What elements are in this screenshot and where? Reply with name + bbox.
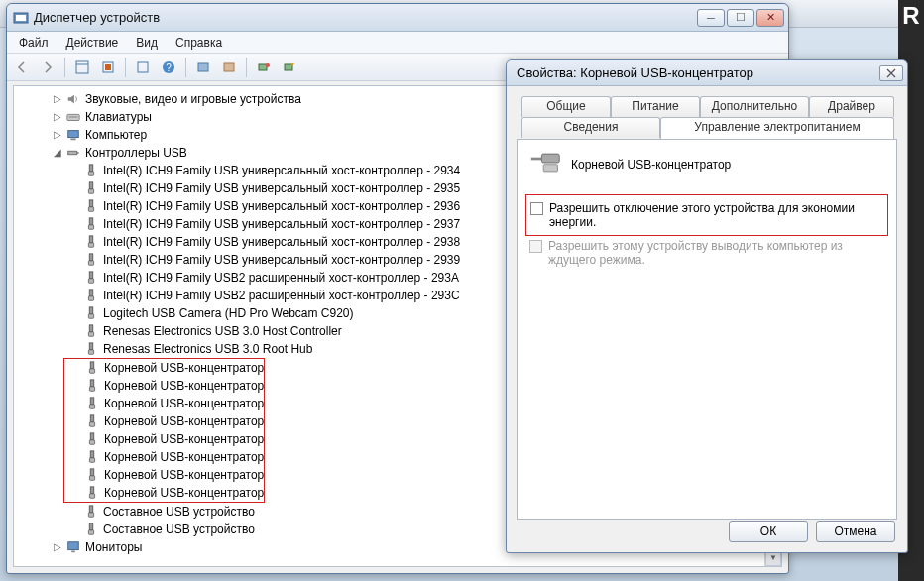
expander-icon[interactable] <box>70 451 82 463</box>
tree-node[interactable]: Корневой USB-концентратор <box>64 395 264 412</box>
expander-icon[interactable] <box>69 523 81 535</box>
toolbar-btn[interactable] <box>279 57 300 78</box>
toolbar-btn[interactable] <box>192 57 214 78</box>
usb-device-icon <box>84 396 100 411</box>
expander-icon[interactable] <box>70 415 82 427</box>
svg-rect-31 <box>89 254 93 261</box>
dialog-close-button[interactable] <box>879 65 903 81</box>
expander-icon[interactable] <box>70 487 82 499</box>
tree-node[interactable]: Корневой USB-концентратор <box>64 377 264 395</box>
expander-icon[interactable] <box>70 362 82 374</box>
tree-node[interactable]: Корневой USB-концентратор <box>64 466 264 484</box>
expander-icon[interactable]: ▷ <box>52 541 63 553</box>
expander-icon[interactable] <box>70 380 82 392</box>
tree-node[interactable]: Корневой USB-концентратор <box>64 359 264 377</box>
help-button[interactable]: ? <box>158 57 179 78</box>
tree-node-label: Корневой USB-концентратор <box>104 448 264 466</box>
svg-rect-38 <box>88 314 93 318</box>
svg-rect-49 <box>90 415 94 422</box>
back-button[interactable] <box>11 57 33 78</box>
expander-icon[interactable] <box>69 272 81 284</box>
toolbar-separator <box>185 58 186 77</box>
tree-node-label: Мониторы <box>85 538 142 556</box>
expander-icon[interactable] <box>69 165 81 176</box>
usb-device-icon <box>83 288 99 303</box>
svg-rect-23 <box>89 182 93 189</box>
close-button[interactable]: ✕ <box>756 9 784 27</box>
expander-icon[interactable] <box>70 398 82 409</box>
expander-icon[interactable] <box>69 182 81 194</box>
expander-icon[interactable] <box>70 433 82 445</box>
toolbar-btn[interactable] <box>218 57 240 78</box>
svg-rect-48 <box>89 405 94 408</box>
tab-advanced[interactable]: Дополнительно <box>700 96 809 117</box>
tab-panel: Корневой USB-концентратор Разрешить откл… <box>517 139 897 520</box>
dialog-title: Свойства: Корневой USB-концентратор <box>517 65 879 80</box>
tab-details[interactable]: Сведения <box>521 117 660 138</box>
tree-node-label: Intel(R) ICH9 Family USB2 расширенный хо… <box>103 269 459 287</box>
titlebar[interactable]: Диспетчер устройств ─ ☐ ✕ <box>7 4 788 32</box>
tab-general[interactable]: Общие <box>521 96 611 117</box>
svg-marker-14 <box>68 95 74 104</box>
tree-node-label: Корневой USB-концентратор <box>104 395 264 412</box>
menu-file[interactable]: Файл <box>11 34 57 52</box>
tab-power[interactable]: Питание <box>611 96 700 117</box>
expander-icon[interactable] <box>69 200 81 212</box>
expander-icon[interactable] <box>69 290 81 301</box>
tab-power-management[interactable]: Управление электропитанием <box>660 117 894 139</box>
tree-node[interactable]: Корневой USB-концентратор <box>64 484 264 502</box>
usb-device-icon <box>83 180 99 196</box>
svg-rect-30 <box>88 243 93 247</box>
expander-icon[interactable]: ▷ <box>52 129 63 141</box>
expander-icon[interactable] <box>69 254 81 266</box>
tree-node[interactable]: Корневой USB-концентратор <box>64 430 264 448</box>
expander-icon[interactable] <box>69 343 81 355</box>
menu-help[interactable]: Справка <box>168 34 230 52</box>
expander-icon[interactable]: ◢ <box>52 147 63 159</box>
computer-icon <box>65 127 81 143</box>
svg-rect-52 <box>89 440 94 444</box>
maximize-button[interactable]: ☐ <box>727 9 754 27</box>
usb-device-icon <box>84 378 100 394</box>
usb-device-icon <box>83 270 99 286</box>
toolbar-btn[interactable] <box>71 57 93 78</box>
cancel-button[interactable]: Отмена <box>816 521 895 542</box>
svg-rect-25 <box>89 200 93 207</box>
tab-driver[interactable]: Драйвер <box>809 96 894 117</box>
minimize-button[interactable]: ─ <box>697 9 725 27</box>
expander-icon[interactable]: ▷ <box>52 93 63 105</box>
toolbar-btn[interactable] <box>97 57 119 78</box>
tree-node[interactable]: Корневой USB-концентратор <box>64 412 264 430</box>
svg-rect-24 <box>88 189 93 193</box>
expander-icon[interactable] <box>69 325 81 337</box>
usb-device-icon <box>83 163 99 178</box>
toolbar-separator <box>64 58 65 77</box>
tree-node-label: Корневой USB-концентратор <box>104 484 264 502</box>
expander-icon[interactable] <box>70 469 82 481</box>
expander-icon[interactable] <box>69 506 81 518</box>
expander-icon[interactable] <box>69 236 81 248</box>
menu-action[interactable]: Действие <box>58 34 127 52</box>
forward-button[interactable] <box>37 57 58 78</box>
expander-icon[interactable] <box>69 307 81 319</box>
ok-button[interactable]: ОК <box>729 521 808 542</box>
svg-rect-37 <box>89 307 93 314</box>
tree-node-label: Intel(R) ICH9 Family USB универсальный х… <box>103 197 460 215</box>
scan-hardware-button[interactable] <box>253 57 275 78</box>
toolbar-btn[interactable] <box>132 57 154 78</box>
svg-rect-26 <box>88 207 93 211</box>
svg-rect-61 <box>89 523 93 530</box>
expander-icon[interactable]: ▷ <box>52 111 63 123</box>
dialog-titlebar[interactable]: Свойства: Корневой USB-концентратор <box>507 60 907 86</box>
allow-power-off-row[interactable]: Разрешить отключение этого устройства дл… <box>530 198 883 232</box>
svg-rect-59 <box>89 506 93 513</box>
expander-icon[interactable] <box>69 218 81 230</box>
tree-node-label: Logitech USB Camera (HD Pro Webcam C920) <box>103 304 354 322</box>
svg-rect-11 <box>259 64 267 70</box>
usb-device-icon <box>84 360 100 376</box>
tree-node[interactable]: Корневой USB-концентратор <box>64 448 264 466</box>
svg-rect-10 <box>224 63 234 71</box>
checkbox-allow-power-off[interactable] <box>530 202 543 215</box>
usb-device-icon <box>83 305 99 321</box>
menu-view[interactable]: Вид <box>128 34 166 52</box>
